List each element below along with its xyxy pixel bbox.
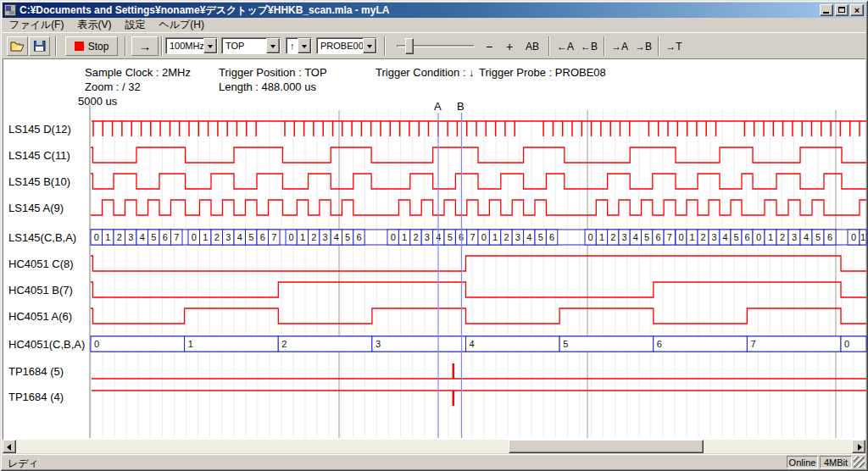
menu-bar: ファイル(F) 表示(V) 設定 ヘルプ(H) <box>3 18 865 32</box>
minimize-icon <box>823 12 829 14</box>
goto-trigger-button[interactable]: →T <box>663 37 685 55</box>
scroll-right-button[interactable] <box>852 440 865 453</box>
chevron-down-icon[interactable] <box>298 38 311 53</box>
resize-grip[interactable] <box>854 457 865 468</box>
menu-file[interactable]: ファイル(F) <box>3 17 70 33</box>
scroll-left-button[interactable] <box>3 440 16 453</box>
trigger-probe-select[interactable]: PROBE00 <box>316 37 377 54</box>
save-button[interactable] <box>29 36 50 56</box>
cursor-b-label: B <box>457 100 465 113</box>
app-window: C:¥Documents and Settings¥noname¥デスクトップ¥… <box>0 0 868 471</box>
status-online-panel: Online <box>787 456 818 468</box>
set-cursor-b-button[interactable]: →B <box>632 37 654 55</box>
horizontal-scrollbar[interactable] <box>3 440 865 453</box>
scroll-right-icon <box>858 444 862 451</box>
toolbar-separator <box>548 36 550 56</box>
signal-label-hc4051-b: HC4051 B(7) <box>8 284 73 296</box>
signal-label-hc4051-bus: HC4051(C,B,A) <box>8 338 85 351</box>
toolbar-separator <box>55 36 57 56</box>
stop-icon <box>75 42 84 51</box>
open-folder-icon <box>10 41 25 52</box>
open-button[interactable] <box>7 36 28 56</box>
signal-label-ls145-bus: LS145(C,B,A) <box>8 231 76 244</box>
trigger-position-select[interactable]: TOP <box>221 37 281 54</box>
sample-rate-select[interactable]: 100MHz <box>165 37 218 54</box>
trigger-position-value: TOP <box>222 38 266 53</box>
chevron-down-icon[interactable] <box>266 38 280 53</box>
minus-icon: − <box>486 40 492 53</box>
zoom-out-button[interactable]: − <box>480 37 498 55</box>
trigger-probe-value: PROBE00 <box>317 38 363 53</box>
ab-label: AB <box>526 41 539 53</box>
run-single-button[interactable]: → <box>131 36 159 56</box>
toolbar-separator <box>384 36 386 56</box>
sample-rate-value: 100MHz <box>166 38 203 53</box>
toolbar: Stop → 100MHz TOP ↑ PROBE00 − + AB ←A <box>3 32 865 58</box>
goto-t-label: →T <box>665 41 682 53</box>
signal-label-ls145-c: LS145 C(11) <box>8 149 70 162</box>
menu-view[interactable]: 表示(V) <box>70 17 118 33</box>
cursor-a-label: A <box>434 100 442 113</box>
toolbar-separator <box>125 36 126 56</box>
trigger-position-info: Trigger Position : TOP <box>219 66 327 79</box>
signal-label-tp1684-4: TP1684 (4) <box>8 391 64 403</box>
signal-label-ls145-d: LS145 D(12) <box>8 123 71 136</box>
menu-settings[interactable]: 設定 <box>118 17 152 33</box>
maximize-button[interactable] <box>835 4 849 16</box>
set-cursor-a-button[interactable]: →A <box>609 37 631 55</box>
save-floppy-icon <box>34 41 46 52</box>
signal-label-hc4051-a: HC4051 A(6) <box>8 310 72 323</box>
length-info: Length : 488.000 us <box>219 80 316 93</box>
scroll-left-icon <box>7 444 11 451</box>
status-memory-panel: 4MBit <box>820 456 852 468</box>
waveform-client-area <box>3 58 865 440</box>
goto-a-label: ←A <box>557 41 574 53</box>
trigger-probe-info: Trigger Probe : PROBE08 <box>479 66 606 79</box>
minimize-button[interactable] <box>820 4 833 16</box>
time-scale-label: 5000 us <box>78 95 117 108</box>
menu-help[interactable]: ヘルプ(H) <box>152 17 211 33</box>
zoom-in-button[interactable]: + <box>500 37 519 55</box>
zoom-slider-thumb[interactable] <box>405 38 414 54</box>
goto-cursor-a-button[interactable]: ←A <box>554 37 576 55</box>
signal-label-ls145-b: LS145 B(10) <box>8 175 70 188</box>
app-icon <box>4 4 16 16</box>
set-b-label: →B <box>635 41 652 53</box>
window-title: C:¥Documents and Settings¥noname¥デスクトップ¥… <box>19 3 818 18</box>
stop-button[interactable]: Stop <box>65 36 118 56</box>
chevron-down-icon[interactable] <box>203 38 217 53</box>
zoom-info: Zoom : / 32 <box>85 80 141 93</box>
trigger-edge-value: ↑ <box>287 38 298 53</box>
plus-icon: + <box>506 40 513 53</box>
right-arrow-icon: → <box>139 39 152 53</box>
set-a-label: →A <box>611 41 628 53</box>
title-bar[interactable]: C:¥Documents and Settings¥noname¥デスクトップ¥… <box>3 3 865 18</box>
toolbar-separator <box>658 36 659 56</box>
toolbar-separator <box>161 36 163 56</box>
maximize-icon <box>838 7 845 13</box>
signal-label-tp1684-5: TP1684 (5) <box>8 365 64 378</box>
sample-clock-info: Sample Clock : 2MHz <box>85 66 191 79</box>
signal-label-ls145-a: LS145 A(9) <box>8 202 64 214</box>
toolbar-separator <box>604 36 605 56</box>
status-ready-text: レディ <box>8 457 39 471</box>
goto-b-label: ←B <box>581 41 598 53</box>
trigger-edge-select[interactable]: ↑ <box>286 37 312 54</box>
scrollbar-thumb[interactable] <box>509 440 704 453</box>
stop-label: Stop <box>88 41 109 53</box>
zoom-ab-button[interactable]: AB <box>520 37 544 55</box>
close-button[interactable]: × <box>850 4 864 16</box>
chevron-down-icon[interactable] <box>363 38 376 53</box>
status-bar: レディ Online 4MBit <box>3 454 865 468</box>
goto-cursor-b-button[interactable]: ←B <box>578 37 600 55</box>
close-icon: × <box>851 4 863 16</box>
signal-label-hc4051-c: HC4051 C(8) <box>8 258 74 270</box>
trigger-condition-info: Trigger Condition : ↓ <box>376 66 475 79</box>
